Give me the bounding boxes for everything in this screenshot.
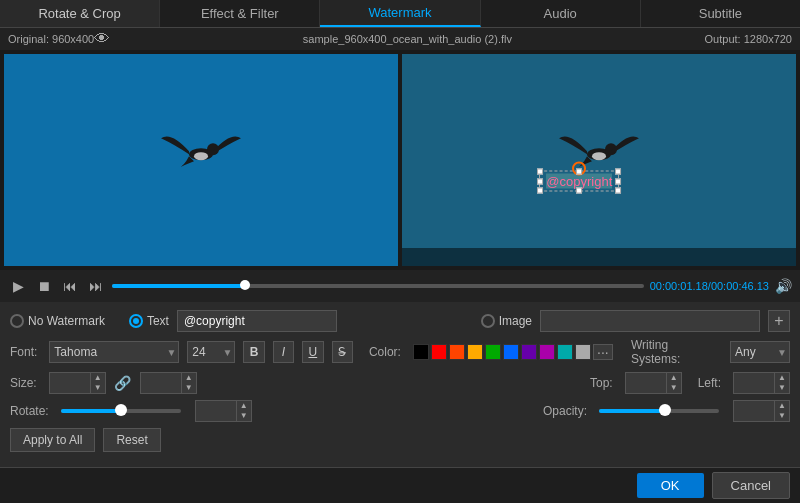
size-height-up[interactable]: ▲ xyxy=(182,373,196,383)
size-width-down[interactable]: ▼ xyxy=(91,383,105,393)
rotate-label: Rotate: xyxy=(10,404,49,418)
wm-handle-bm[interactable] xyxy=(576,188,582,194)
apply-to-all-button[interactable]: Apply to All xyxy=(10,428,95,452)
opacity-spinbox: 55 ▲ ▼ xyxy=(733,400,790,422)
text-watermark-label: Text xyxy=(147,314,169,328)
add-image-button[interactable]: + xyxy=(768,310,790,332)
opacity-up[interactable]: ▲ xyxy=(775,401,789,411)
top-down[interactable]: ▼ xyxy=(667,383,681,393)
text-watermark-radio[interactable] xyxy=(129,314,143,328)
color-swatch-magenta[interactable] xyxy=(539,344,555,360)
tab-effect-filter[interactable]: Effect & Filter xyxy=(160,0,320,27)
tab-rotate-crop[interactable]: Rotate & Crop xyxy=(0,0,160,27)
italic-button[interactable]: I xyxy=(273,341,294,363)
color-swatch-blue[interactable] xyxy=(503,344,519,360)
color-swatch-red[interactable] xyxy=(431,344,447,360)
color-swatch-green[interactable] xyxy=(485,344,501,360)
color-swatch-orange[interactable] xyxy=(449,344,465,360)
bold-button[interactable]: B xyxy=(243,341,264,363)
color-swatch-purple[interactable] xyxy=(521,344,537,360)
image-watermark-radio[interactable] xyxy=(481,314,495,328)
rotate-slider[interactable] xyxy=(61,409,181,413)
progress-thumb[interactable] xyxy=(240,280,250,290)
left-label: Left: xyxy=(698,376,721,390)
color-swatch-black[interactable] xyxy=(413,344,429,360)
wm-handle-bl[interactable] xyxy=(537,188,543,194)
opacity-slider-thumb[interactable] xyxy=(659,404,671,416)
size-link-icon[interactable]: 🔗 xyxy=(114,374,132,392)
filename: sample_960x400_ocean_with_audio (2).flv xyxy=(110,33,704,45)
progress-fill xyxy=(112,284,245,288)
color-swatch-teal[interactable] xyxy=(557,344,573,360)
wm-handle-mr[interactable] xyxy=(615,178,621,184)
rotate-down[interactable]: ▼ xyxy=(237,411,251,421)
text-watermark-option[interactable]: Text xyxy=(129,314,169,328)
wm-handle-tl[interactable] xyxy=(537,169,543,175)
rotate-slider-fill xyxy=(61,409,121,413)
writing-systems-select[interactable]: Any Latin xyxy=(730,341,790,363)
strikethrough-button[interactable]: S̶ xyxy=(332,341,353,363)
rotate-input[interactable]: 0 xyxy=(196,404,236,418)
left-input[interactable]: 48 xyxy=(734,376,774,390)
opacity-slider[interactable] xyxy=(599,409,719,413)
color-swatch-gray[interactable] xyxy=(575,344,591,360)
no-watermark-radio[interactable] xyxy=(10,314,24,328)
more-colors-button[interactable]: ··· xyxy=(593,344,613,360)
top-input[interactable]: 519 xyxy=(626,376,666,390)
size-height-input[interactable]: 91 xyxy=(141,376,181,390)
tab-subtitle[interactable]: Subtitle xyxy=(641,0,800,27)
image-watermark-label: Image xyxy=(499,314,532,328)
size-height-spin-btns: ▲ ▼ xyxy=(181,373,196,393)
rotate-opacity-row: Rotate: 0 ▲ ▼ Opacity: 55 ▲ ▼ xyxy=(10,400,790,422)
play-button[interactable]: ▶ xyxy=(8,276,28,296)
top-label: Top: xyxy=(590,376,613,390)
wm-handle-tm[interactable] xyxy=(576,169,582,175)
reset-button[interactable]: Reset xyxy=(103,428,160,452)
tab-audio[interactable]: Audio xyxy=(481,0,641,27)
size-width-up[interactable]: ▲ xyxy=(91,373,105,383)
progress-bar[interactable] xyxy=(112,284,644,288)
size-width-input[interactable]: 401 xyxy=(50,376,90,390)
rotate-slider-thumb[interactable] xyxy=(115,404,127,416)
image-watermark-option[interactable]: Image xyxy=(481,314,532,328)
svg-point-5 xyxy=(592,152,606,160)
watermark-overlay[interactable]: @copyright xyxy=(539,171,619,192)
cancel-button[interactable]: Cancel xyxy=(712,472,790,499)
font-family-select[interactable]: Tahoma Arial Times New Roman xyxy=(49,341,179,363)
opacity-down[interactable]: ▼ xyxy=(775,411,789,421)
no-watermark-option[interactable]: No Watermark xyxy=(10,314,105,328)
output-info: Output: 1280x720 xyxy=(705,33,792,45)
color-swatches: ··· xyxy=(413,344,613,360)
video-panels: @copyright xyxy=(0,50,800,270)
prev-frame-button[interactable]: ⏮ xyxy=(60,276,80,296)
volume-icon[interactable]: 🔊 xyxy=(775,278,792,294)
eye-icon[interactable]: 👁 xyxy=(94,30,110,48)
font-label: Font: xyxy=(10,345,37,359)
color-swatch-amber[interactable] xyxy=(467,344,483,360)
wm-handle-ml[interactable] xyxy=(537,178,543,184)
next-frame-button[interactable]: ⏭ xyxy=(86,276,106,296)
bottom-bar: OK Cancel xyxy=(0,467,800,503)
stop-button[interactable]: ⏹ xyxy=(34,276,54,296)
font-row: Font: Tahoma Arial Times New Roman ▼ 24 … xyxy=(10,338,790,366)
tab-watermark[interactable]: Watermark xyxy=(320,0,480,27)
rotate-up[interactable]: ▲ xyxy=(237,401,251,411)
opacity-input[interactable]: 55 xyxy=(734,404,774,418)
underline-button[interactable]: U xyxy=(302,341,323,363)
time-display: 00:00:01.18/00:00:46.13 xyxy=(650,280,769,292)
image-path-input[interactable] xyxy=(540,310,760,332)
rotate-spinbox: 0 ▲ ▼ xyxy=(195,400,252,422)
left-up[interactable]: ▲ xyxy=(775,373,789,383)
video-header: Original: 960x400 👁 sample_960x400_ocean… xyxy=(0,28,800,50)
ok-button[interactable]: OK xyxy=(637,473,704,498)
size-height-down[interactable]: ▼ xyxy=(182,383,196,393)
wm-handle-tr[interactable] xyxy=(615,169,621,175)
output-video-panel: @copyright xyxy=(402,54,796,266)
top-up[interactable]: ▲ xyxy=(667,373,681,383)
left-down[interactable]: ▼ xyxy=(775,383,789,393)
watermark-text-input[interactable] xyxy=(177,310,337,332)
wm-handle-br[interactable] xyxy=(615,188,621,194)
font-size-select[interactable]: 24 12 18 36 xyxy=(187,341,235,363)
player-controls: ▶ ⏹ ⏮ ⏭ 00:00:01.18/00:00:46.13 🔊 xyxy=(0,270,800,302)
svg-point-2 xyxy=(194,152,208,160)
